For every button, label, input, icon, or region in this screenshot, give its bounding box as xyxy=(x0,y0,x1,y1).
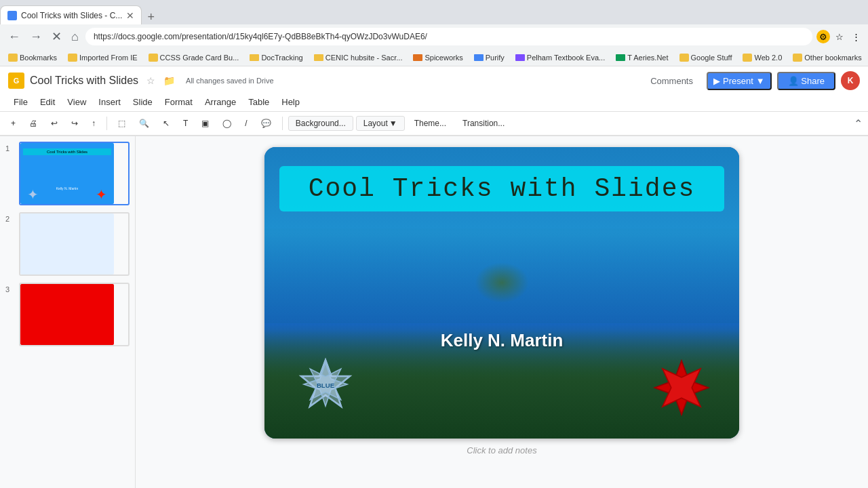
web20-folder[interactable]: Web 2.0 xyxy=(740,52,785,63)
theme-button[interactable]: Theme... xyxy=(408,117,453,130)
red-star-svg xyxy=(651,357,712,418)
new-tab-button[interactable]: + xyxy=(142,10,160,24)
toolbar-text-button[interactable]: T xyxy=(178,117,193,130)
menu-insert[interactable]: Insert xyxy=(93,96,126,108)
slide-preview-1[interactable]: Cool Tricks with Slides Kelly N. Martin … xyxy=(19,142,130,205)
toolbar-sep1 xyxy=(106,117,107,130)
bookmarks-folder[interactable]: Bookmarks xyxy=(5,52,60,63)
doctracking-bookmark[interactable]: DocTracking xyxy=(247,52,305,63)
collapse-toolbar-button[interactable]: ⌃ xyxy=(854,117,863,130)
menu-view[interactable]: View xyxy=(62,96,92,108)
bookmarks-bar: Bookmarks Imported From IE CCSS Grade Ca… xyxy=(0,49,868,66)
thumb1-blue-star-icon: ✦ xyxy=(27,186,39,203)
toolbar-shape-button[interactable]: ◯ xyxy=(217,117,237,130)
folder-icon[interactable]: 📁 xyxy=(163,75,175,86)
toolbar-line-button[interactable]: / xyxy=(239,117,252,130)
home-button[interactable]: ⌂ xyxy=(68,28,81,45)
imported-folder[interactable]: Imported From IE xyxy=(65,52,140,63)
back-button[interactable]: ← xyxy=(5,28,23,45)
google-stuff-label: Google Stuff xyxy=(691,54,732,62)
slide-thumb-2[interactable]: 2 xyxy=(5,212,130,276)
web20-icon xyxy=(743,54,752,62)
address-bar-row: ← → ✕ ⌂ ⚙ ☆ ⋮ xyxy=(0,24,868,49)
spiceworks-label: Spiceworks xyxy=(425,54,462,62)
browser-menu-icon[interactable]: ⋮ xyxy=(849,30,863,43)
header-right: Comments ▶ Present ▼ 👤 Share K xyxy=(642,71,860,90)
tab-bar: Cool Tricks with Slides - C... ✕ + xyxy=(0,0,868,24)
menu-file[interactable]: File xyxy=(8,96,33,108)
browser-toolbar-icons: ⚙ ☆ ⋮ xyxy=(816,30,863,43)
forward-button[interactable]: → xyxy=(27,28,45,45)
tab-favicon xyxy=(7,11,17,20)
slide-author[interactable]: Kelly N. Martin xyxy=(264,330,739,351)
star-icon[interactable]: ☆ xyxy=(146,75,155,86)
menu-table[interactable]: Table xyxy=(243,96,275,108)
toolbar-zoom-button[interactable]: 🔍 xyxy=(134,117,155,130)
layout-label: Layout xyxy=(363,119,388,128)
extensions-icon[interactable]: ⚙ xyxy=(816,30,830,43)
comments-button[interactable]: Comments xyxy=(642,73,701,89)
web20-label: Web 2.0 xyxy=(754,54,782,62)
toolbar-print-button[interactable]: 🖨 xyxy=(24,117,43,130)
slide-num-3: 3 xyxy=(5,285,15,293)
slide-num-2: 2 xyxy=(5,215,15,223)
ccss-folder[interactable]: CCSS Grade Card Bu... xyxy=(146,52,242,63)
purify-bookmark[interactable]: Purify xyxy=(471,52,507,63)
slide-title-text: Cool Tricks with Slides xyxy=(309,174,696,203)
ccss-icon xyxy=(149,54,158,62)
spiceworks-bookmark[interactable]: Spiceworks xyxy=(410,52,465,63)
toolbar-comment-button[interactable]: 💬 xyxy=(256,117,277,130)
layout-button[interactable]: Layout ▼ xyxy=(356,116,405,131)
active-tab[interactable]: Cool Tricks with Slides - C... ✕ xyxy=(0,5,142,24)
slide-thumb-1[interactable]: 1 Cool Tricks with Slides Kelly N. Marti… xyxy=(5,142,130,205)
app-logo: G xyxy=(8,73,24,89)
menu-help[interactable]: Help xyxy=(276,96,305,108)
other-bookmarks[interactable]: Other bookmarks xyxy=(790,52,864,63)
refresh-button[interactable]: ✕ xyxy=(49,28,64,45)
pelham-label: Pelham Textbook Eva... xyxy=(527,54,605,62)
layout-arrow: ▼ xyxy=(389,119,397,128)
transition-button[interactable]: Transition... xyxy=(456,117,511,130)
doctracking-label: DocTracking xyxy=(261,54,302,62)
menu-slide[interactable]: Slide xyxy=(127,96,158,108)
notes-area[interactable]: Click to add notes xyxy=(146,445,857,455)
canvas-area[interactable]: Cool Tricks with Slides Kelly N. Martin xyxy=(136,136,868,488)
bookmark-icon[interactable]: ☆ xyxy=(833,30,846,43)
toolbar-add-button[interactable]: + xyxy=(5,117,21,130)
toolbar-move-button[interactable]: ↑ xyxy=(86,117,101,130)
menu-edit[interactable]: Edit xyxy=(35,96,60,108)
toolbar-image-button[interactable]: ▣ xyxy=(196,117,214,130)
toolbar-select-button[interactable]: ⬚ xyxy=(113,117,131,130)
address-input[interactable] xyxy=(85,28,812,45)
present-button[interactable]: ▶ Present ▼ xyxy=(707,72,772,90)
spiceworks-icon xyxy=(413,54,422,61)
blue-star-shape[interactable]: BLUE xyxy=(298,357,353,411)
app: G Cool Tricks with Slides ☆ 📁 All change… xyxy=(0,66,868,488)
toolbar-cursor-button[interactable]: ↖ xyxy=(157,117,175,130)
purify-icon xyxy=(474,54,484,61)
toolbar-undo-button[interactable]: ↩ xyxy=(45,117,63,130)
red-star-shape[interactable] xyxy=(651,357,712,418)
pelham-bookmark[interactable]: Pelham Textbook Eva... xyxy=(513,52,608,63)
slide-preview-3[interactable] xyxy=(19,283,130,346)
other-icon xyxy=(793,54,802,62)
slide-canvas[interactable]: Cool Tricks with Slides Kelly N. Martin xyxy=(264,147,739,439)
cenic-bookmark[interactable]: CENIC hubsite - Sacr... xyxy=(311,52,406,63)
imported-label: Imported From IE xyxy=(79,54,138,62)
tab-title: Cool Tricks with Slides - C... xyxy=(21,11,122,20)
slide-title-banner[interactable]: Cool Tricks with Slides xyxy=(279,166,724,211)
blue-star-svg: BLUE xyxy=(298,357,353,411)
slide-thumb-3[interactable]: 3 xyxy=(5,283,130,346)
slide-preview-2[interactable] xyxy=(19,212,130,276)
google-stuff-folder[interactable]: Google Stuff xyxy=(677,52,735,63)
toolbar-redo-button[interactable]: ↪ xyxy=(66,117,83,130)
menu-format[interactable]: Format xyxy=(159,96,198,108)
purify-label: Purify xyxy=(486,54,505,62)
toolbar-sep2 xyxy=(282,117,283,130)
menu-arrange[interactable]: Arrange xyxy=(199,96,241,108)
background-button[interactable]: Background... xyxy=(288,116,353,131)
share-button[interactable]: 👤 Share xyxy=(777,72,835,90)
tab-close-button[interactable]: ✕ xyxy=(126,10,134,21)
user-avatar[interactable]: K xyxy=(841,71,860,90)
aeries-bookmark[interactable]: T Aeries.Net xyxy=(613,52,671,63)
